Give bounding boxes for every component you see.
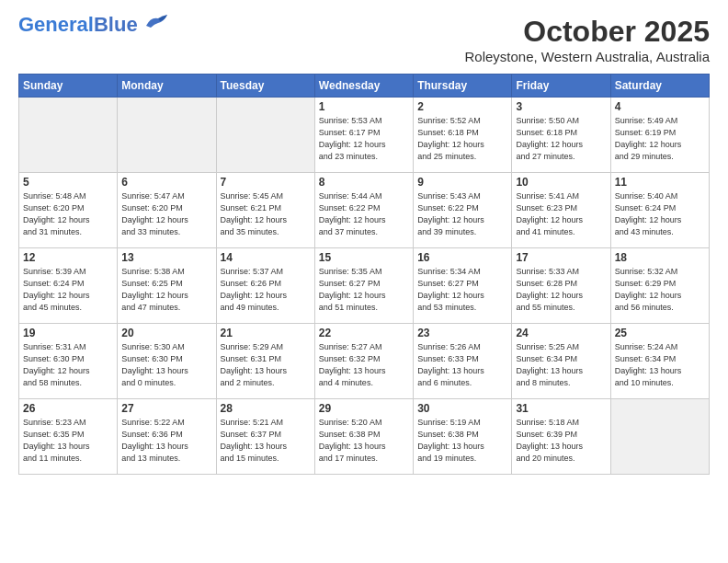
calendar-cell: 12Sunrise: 5:39 AM Sunset: 6:24 PM Dayli… [19, 248, 118, 324]
calendar-cell: 15Sunrise: 5:35 AM Sunset: 6:27 PM Dayli… [314, 248, 413, 324]
calendar-cell [216, 98, 314, 173]
day-info: Sunrise: 5:30 AM Sunset: 6:30 PM Dayligh… [121, 341, 211, 389]
logo-text: GeneralBlue [18, 15, 138, 35]
day-info: Sunrise: 5:38 AM Sunset: 6:25 PM Dayligh… [121, 266, 211, 314]
day-number: 23 [417, 327, 507, 339]
calendar-cell: 26Sunrise: 5:23 AM Sunset: 6:35 PM Dayli… [19, 399, 118, 475]
month-title: October 2025 [464, 15, 710, 49]
day-number: 4 [615, 100, 705, 113]
day-number: 5 [23, 176, 113, 189]
day-number: 14 [221, 251, 311, 264]
column-header-sunday: Sunday [19, 75, 118, 98]
day-info: Sunrise: 5:18 AM Sunset: 6:39 PM Dayligh… [516, 417, 606, 465]
calendar-cell: 11Sunrise: 5:40 AM Sunset: 6:24 PM Dayli… [610, 173, 709, 248]
calendar-cell [118, 98, 216, 173]
day-number: 16 [417, 251, 507, 264]
day-number: 3 [516, 100, 606, 113]
day-number: 7 [221, 176, 311, 189]
calendar-cell: 8Sunrise: 5:44 AM Sunset: 6:22 PM Daylig… [314, 173, 413, 248]
calendar-cell: 24Sunrise: 5:25 AM Sunset: 6:34 PM Dayli… [512, 324, 610, 399]
calendar-table: SundayMondayTuesdayWednesdayThursdayFrid… [18, 74, 710, 475]
day-info: Sunrise: 5:33 AM Sunset: 6:28 PM Dayligh… [516, 266, 606, 314]
column-header-thursday: Thursday [414, 75, 512, 98]
day-number: 11 [615, 176, 705, 189]
day-info: Sunrise: 5:43 AM Sunset: 6:22 PM Dayligh… [417, 190, 507, 238]
day-number: 10 [516, 176, 606, 189]
day-number: 22 [319, 327, 409, 339]
day-number: 30 [417, 402, 507, 415]
day-number: 29 [319, 402, 409, 415]
day-info: Sunrise: 5:26 AM Sunset: 6:33 PM Dayligh… [417, 341, 507, 389]
day-info: Sunrise: 5:48 AM Sunset: 6:20 PM Dayligh… [23, 190, 113, 238]
day-number: 12 [23, 251, 113, 264]
day-number: 28 [221, 402, 311, 415]
day-info: Sunrise: 5:37 AM Sunset: 6:26 PM Dayligh… [221, 266, 311, 314]
day-info: Sunrise: 5:44 AM Sunset: 6:22 PM Dayligh… [319, 190, 409, 238]
day-number: 6 [121, 176, 211, 189]
column-header-tuesday: Tuesday [216, 75, 314, 98]
calendar-cell: 23Sunrise: 5:26 AM Sunset: 6:33 PM Dayli… [414, 324, 512, 399]
calendar-cell: 5Sunrise: 5:48 AM Sunset: 6:20 PM Daylig… [19, 173, 118, 248]
day-info: Sunrise: 5:40 AM Sunset: 6:24 PM Dayligh… [615, 190, 705, 238]
column-header-friday: Friday [512, 75, 610, 98]
day-info: Sunrise: 5:31 AM Sunset: 6:30 PM Dayligh… [23, 341, 113, 389]
calendar-cell: 16Sunrise: 5:34 AM Sunset: 6:27 PM Dayli… [414, 248, 512, 324]
day-info: Sunrise: 5:52 AM Sunset: 6:18 PM Dayligh… [417, 115, 507, 163]
day-info: Sunrise: 5:20 AM Sunset: 6:38 PM Dayligh… [319, 417, 409, 465]
day-number: 2 [417, 100, 507, 113]
calendar-cell: 9Sunrise: 5:43 AM Sunset: 6:22 PM Daylig… [414, 173, 512, 248]
day-info: Sunrise: 5:47 AM Sunset: 6:20 PM Dayligh… [121, 190, 211, 238]
calendar-cell: 21Sunrise: 5:29 AM Sunset: 6:31 PM Dayli… [216, 324, 314, 399]
day-number: 8 [319, 176, 409, 189]
calendar-week-row: 19Sunrise: 5:31 AM Sunset: 6:30 PM Dayli… [19, 324, 710, 399]
logo-bird-icon [142, 13, 169, 31]
day-number: 17 [516, 251, 606, 264]
page-header: GeneralBlue October 2025 Roleystone, Wes… [18, 15, 710, 64]
calendar-week-row: 26Sunrise: 5:23 AM Sunset: 6:35 PM Dayli… [19, 399, 710, 475]
day-info: Sunrise: 5:22 AM Sunset: 6:36 PM Dayligh… [121, 417, 211, 465]
day-info: Sunrise: 5:19 AM Sunset: 6:38 PM Dayligh… [417, 417, 507, 465]
day-info: Sunrise: 5:35 AM Sunset: 6:27 PM Dayligh… [319, 266, 409, 314]
calendar-cell: 6Sunrise: 5:47 AM Sunset: 6:20 PM Daylig… [118, 173, 216, 248]
column-header-saturday: Saturday [610, 75, 709, 98]
day-number: 26 [23, 402, 113, 415]
calendar-cell: 27Sunrise: 5:22 AM Sunset: 6:36 PM Dayli… [118, 399, 216, 475]
day-number: 19 [23, 327, 113, 339]
location-subtitle: Roleystone, Western Australia, Australia [464, 49, 710, 64]
calendar-cell: 22Sunrise: 5:27 AM Sunset: 6:32 PM Dayli… [314, 324, 413, 399]
day-number: 21 [221, 327, 311, 339]
calendar-week-row: 5Sunrise: 5:48 AM Sunset: 6:20 PM Daylig… [19, 173, 710, 248]
day-number: 24 [516, 327, 606, 339]
title-section: October 2025 Roleystone, Western Austral… [464, 15, 710, 64]
day-info: Sunrise: 5:27 AM Sunset: 6:32 PM Dayligh… [319, 341, 409, 389]
calendar-cell [610, 399, 709, 475]
day-info: Sunrise: 5:49 AM Sunset: 6:19 PM Dayligh… [615, 115, 705, 163]
calendar-week-row: 12Sunrise: 5:39 AM Sunset: 6:24 PM Dayli… [19, 248, 710, 324]
day-info: Sunrise: 5:25 AM Sunset: 6:34 PM Dayligh… [516, 341, 606, 389]
calendar-cell: 2Sunrise: 5:52 AM Sunset: 6:18 PM Daylig… [414, 98, 512, 173]
calendar-cell: 4Sunrise: 5:49 AM Sunset: 6:19 PM Daylig… [610, 98, 709, 173]
column-header-wednesday: Wednesday [314, 75, 413, 98]
logo: GeneralBlue [18, 15, 169, 35]
calendar-cell: 17Sunrise: 5:33 AM Sunset: 6:28 PM Dayli… [512, 248, 610, 324]
calendar-cell: 18Sunrise: 5:32 AM Sunset: 6:29 PM Dayli… [610, 248, 709, 324]
day-number: 31 [516, 402, 606, 415]
day-number: 1 [319, 100, 409, 113]
day-number: 9 [417, 176, 507, 189]
day-info: Sunrise: 5:50 AM Sunset: 6:18 PM Dayligh… [516, 115, 606, 163]
calendar-cell: 14Sunrise: 5:37 AM Sunset: 6:26 PM Dayli… [216, 248, 314, 324]
calendar-cell: 13Sunrise: 5:38 AM Sunset: 6:25 PM Dayli… [118, 248, 216, 324]
day-number: 18 [615, 251, 705, 264]
day-number: 20 [121, 327, 211, 339]
day-number: 25 [615, 327, 705, 339]
day-info: Sunrise: 5:45 AM Sunset: 6:21 PM Dayligh… [221, 190, 311, 238]
day-info: Sunrise: 5:34 AM Sunset: 6:27 PM Dayligh… [417, 266, 507, 314]
calendar-cell: 31Sunrise: 5:18 AM Sunset: 6:39 PM Dayli… [512, 399, 610, 475]
day-info: Sunrise: 5:41 AM Sunset: 6:23 PM Dayligh… [516, 190, 606, 238]
calendar-cell: 3Sunrise: 5:50 AM Sunset: 6:18 PM Daylig… [512, 98, 610, 173]
calendar-cell: 28Sunrise: 5:21 AM Sunset: 6:37 PM Dayli… [216, 399, 314, 475]
calendar-week-row: 1Sunrise: 5:53 AM Sunset: 6:17 PM Daylig… [19, 98, 710, 173]
calendar-cell: 10Sunrise: 5:41 AM Sunset: 6:23 PM Dayli… [512, 173, 610, 248]
day-info: Sunrise: 5:32 AM Sunset: 6:29 PM Dayligh… [615, 266, 705, 314]
calendar-cell: 30Sunrise: 5:19 AM Sunset: 6:38 PM Dayli… [414, 399, 512, 475]
